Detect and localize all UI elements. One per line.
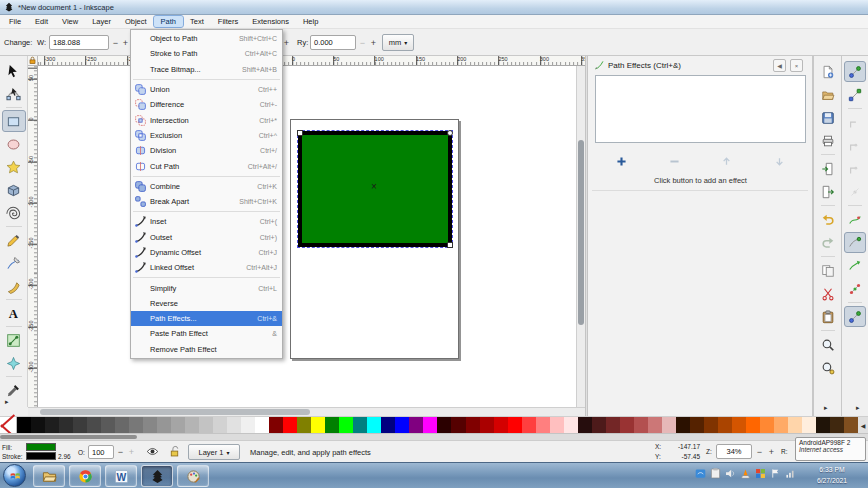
menu-item-dynamic-offset[interactable]: Dynamic OffsetCtrl+J (131, 245, 282, 260)
zoom-page-button[interactable] (817, 357, 839, 378)
palette-swatch[interactable] (339, 417, 353, 433)
menu-layer[interactable]: Layer (85, 16, 118, 27)
ry-increment-button[interactable]: + (368, 35, 379, 50)
rect-handle-top-left[interactable] (297, 130, 303, 136)
print-document-button[interactable] (817, 130, 839, 151)
effect-list[interactable] (595, 75, 806, 143)
palette-swatch[interactable] (774, 417, 788, 433)
palette-swatch[interactable] (662, 417, 676, 433)
menu-item-reverse[interactable]: Reverse (131, 296, 282, 311)
tray-signal-icon[interactable] (785, 468, 796, 479)
tray-app-icon[interactable] (740, 468, 751, 479)
snap-midpoints-button[interactable] (844, 306, 866, 327)
palette-swatch[interactable] (508, 417, 522, 433)
zoom-drawing-button[interactable] (817, 334, 839, 355)
tray-colors-icon[interactable] (755, 468, 766, 479)
palette-swatch[interactable] (395, 417, 409, 433)
palette-swatch[interactable] (634, 417, 648, 433)
vertical-scrollbar[interactable] (576, 66, 585, 407)
palette-swatch[interactable] (73, 417, 87, 433)
unit-select[interactable]: mm▾ (382, 34, 414, 51)
menu-item-cut-path[interactable]: Cut PathCtrl+Alt+/ (131, 158, 282, 173)
text-tool[interactable]: A (2, 302, 26, 324)
palette-swatch[interactable] (746, 417, 760, 433)
save-document-button[interactable] (817, 107, 839, 128)
opacity-decrement-button[interactable]: − (115, 444, 126, 459)
stroke-swatch[interactable] (26, 452, 56, 460)
commands-bar-overflow-icon[interactable]: ▸ (824, 404, 828, 412)
palette-swatch[interactable] (227, 417, 241, 433)
remove-effect-button[interactable] (648, 149, 701, 173)
palette-swatch[interactable] (606, 417, 620, 433)
menu-item-simplify[interactable]: SimplifyCtrl+L (131, 280, 282, 295)
menu-item-stroke-to-path[interactable]: Stroke to PathCtrl+Alt+C (131, 46, 282, 61)
palette-swatch[interactable] (255, 417, 269, 433)
palette-swatch[interactable] (409, 417, 423, 433)
node-tool[interactable] (2, 83, 26, 105)
menu-item-difference[interactable]: DifferenceCtrl+- (131, 97, 282, 112)
taskbar-explorer[interactable] (33, 465, 65, 487)
tray-volume-icon[interactable] (725, 468, 736, 479)
opacity-increment-button[interactable]: + (126, 444, 137, 459)
taskbar-paint[interactable] (177, 465, 209, 487)
snap-bar-overflow-icon[interactable]: ▸ (856, 404, 860, 412)
tray-network-icon[interactable] (695, 468, 706, 479)
menu-text[interactable]: Text (183, 16, 211, 27)
menu-item-paste-path-effect[interactable]: Paste Path Effect& (131, 326, 282, 341)
import-image-button[interactable] (817, 158, 839, 179)
palette-swatch[interactable] (353, 417, 367, 433)
menu-item-inset[interactable]: InsetCtrl+( (131, 214, 282, 229)
menu-item-exclusion[interactable]: ExclusionCtrl+^ (131, 128, 282, 143)
paste-button[interactable] (817, 306, 839, 327)
zoom-decrement-button[interactable]: − (754, 444, 765, 459)
selector-tool[interactable] (2, 60, 26, 82)
palette-swatch[interactable] (592, 417, 606, 433)
palette-swatch[interactable] (690, 417, 704, 433)
palette-swatch[interactable] (325, 417, 339, 433)
tray-clipboard-icon[interactable] (710, 468, 721, 479)
taskbar-inkscape[interactable] (141, 465, 173, 487)
zoom-increment-button[interactable]: + (766, 444, 777, 459)
palette-swatch[interactable] (718, 417, 732, 433)
palette-swatch[interactable] (844, 417, 858, 433)
snap-bounding-box-button[interactable] (844, 84, 866, 105)
menu-item-linked-offset[interactable]: Linked OffsetCtrl+Alt+J (131, 260, 282, 275)
undo-button[interactable] (817, 209, 839, 230)
taskbar-clock[interactable]: 6:33 PM 6/27/2021 (802, 465, 862, 487)
menu-edit[interactable]: Edit (28, 16, 55, 27)
panel-close-button[interactable]: × (790, 59, 803, 72)
menu-object[interactable]: Object (118, 16, 154, 27)
new-document-button[interactable] (817, 61, 839, 82)
palette-swatch[interactable] (466, 417, 480, 433)
palette-swatch[interactable] (59, 417, 73, 433)
star-tool[interactable] (2, 156, 26, 178)
menu-item-path-effects[interactable]: Path Effects...Ctrl+& (131, 311, 282, 326)
palette-swatch[interactable] (269, 417, 283, 433)
connector-tool[interactable] (2, 329, 26, 351)
menu-help[interactable]: Help (296, 16, 325, 27)
menu-extensions[interactable]: Extensions (245, 16, 296, 27)
move-effect-down-button[interactable] (753, 149, 806, 173)
palette-swatch[interactable] (129, 417, 143, 433)
width-input[interactable]: 188.088 (49, 35, 109, 50)
rect-radius-handle-top-right[interactable] (447, 130, 453, 136)
palette-swatch[interactable] (550, 417, 564, 433)
palette-swatch[interactable] (283, 417, 297, 433)
toolbox-overflow-icon[interactable]: ▸ (5, 398, 9, 406)
palette-swatch[interactable] (830, 417, 844, 433)
palette-scrollbar[interactable] (0, 433, 868, 440)
palette-swatch[interactable] (704, 417, 718, 433)
palette-swatch[interactable] (536, 417, 550, 433)
palette-swatch[interactable] (732, 417, 746, 433)
menu-file[interactable]: File (2, 16, 28, 27)
palette-swatch[interactable] (648, 417, 662, 433)
snap-smooth-nodes-button[interactable] (844, 278, 866, 299)
panel-collapse-button[interactable]: ◀ (773, 59, 786, 72)
rectangle-tool[interactable] (2, 110, 26, 132)
palette-swatch[interactable] (760, 417, 774, 433)
box3d-tool[interactable] (2, 179, 26, 201)
palette-swatch[interactable] (45, 417, 59, 433)
snap-bbox-edge-midpoints-button[interactable] (844, 158, 866, 179)
menu-item-intersection[interactable]: IntersectionCtrl+* (131, 112, 282, 127)
palette-swatch[interactable] (213, 417, 227, 433)
